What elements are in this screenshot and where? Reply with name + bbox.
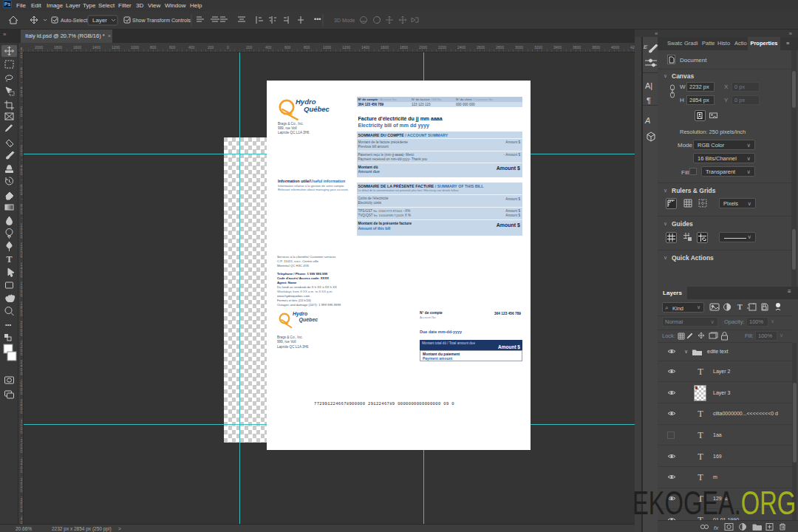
svg-text:A|: A| bbox=[645, 81, 652, 90]
svg-text:T: T bbox=[7, 254, 13, 265]
svg-text:Show Transform Controls: Show Transform Controls bbox=[132, 18, 191, 23]
svg-text:E: E bbox=[644, 44, 648, 50]
svg-text:fx: fx bbox=[714, 525, 719, 531]
svg-text:•••: ••• bbox=[314, 16, 321, 23]
svg-text:3D Mode: 3D Mode bbox=[334, 18, 355, 23]
svg-text:•••: ••• bbox=[5, 321, 12, 328]
svg-text:Auto-Select:: Auto-Select: bbox=[61, 18, 89, 23]
svg-text:¶: ¶ bbox=[647, 96, 651, 105]
svg-text:T: T bbox=[737, 303, 743, 311]
svg-text:Layer: Layer bbox=[92, 17, 107, 24]
svg-text:A: A bbox=[644, 116, 650, 125]
